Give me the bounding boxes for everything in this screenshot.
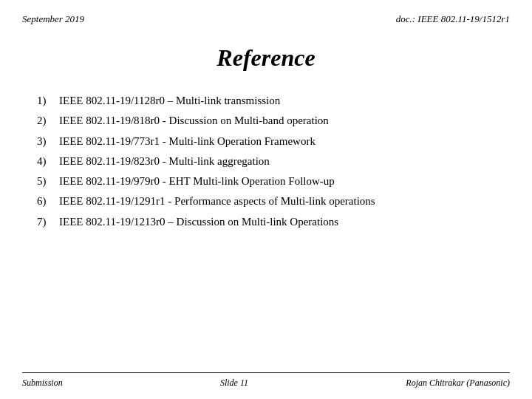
ref-num: 2)	[37, 112, 59, 129]
list-item: 2)IEEE 802.11-19/818r0 - Discussion on M…	[37, 112, 510, 129]
ref-num: 3)	[37, 133, 59, 150]
content: 1)IEEE 802.11-19/1128r0 – Multi-link tra…	[22, 92, 510, 365]
list-item: 4)IEEE 802.11-19/823r0 - Multi-link aggr…	[37, 153, 510, 170]
header-date: September 2019	[22, 13, 84, 25]
ref-text: IEEE 802.11-19/773r1 - Multi-link Operat…	[59, 133, 316, 150]
ref-text: IEEE 802.11-19/1128r0 – Multi-link trans…	[59, 92, 280, 109]
list-item: 5)IEEE 802.11-19/979r0 - EHT Multi-link …	[37, 173, 510, 190]
ref-num: 4)	[37, 153, 59, 170]
footer-submission: Submission	[22, 378, 63, 389]
ref-text: IEEE 802.11-19/1291r1 - Performance aspe…	[59, 193, 375, 210]
ref-text: IEEE 802.11-19/979r0 - EHT Multi-link Op…	[59, 173, 335, 190]
ref-num: 1)	[37, 92, 59, 109]
reference-list: 1)IEEE 802.11-19/1128r0 – Multi-link tra…	[37, 92, 510, 231]
footer-slide: Slide 11	[220, 378, 248, 389]
ref-num: 6)	[37, 193, 59, 210]
list-item: 6)IEEE 802.11-19/1291r1 - Performance as…	[37, 193, 510, 210]
header-doc: doc.: IEEE 802.11-19/1512r1	[396, 13, 510, 25]
list-item: 7)IEEE 802.11-19/1213r0 – Discussion on …	[37, 214, 510, 231]
page: September 2019 doc.: IEEE 802.11-19/1512…	[0, 0, 532, 399]
ref-num: 7)	[37, 214, 59, 231]
footer: Submission Slide 11 Rojan Chitrakar (Pan…	[22, 372, 510, 389]
ref-text: IEEE 802.11-19/818r0 - Discussion on Mul…	[59, 112, 329, 129]
footer-author: Rojan Chitrakar (Panasonic)	[406, 378, 510, 389]
list-item: 3)IEEE 802.11-19/773r1 - Multi-link Oper…	[37, 133, 510, 150]
header: September 2019 doc.: IEEE 802.11-19/1512…	[22, 13, 510, 25]
ref-num: 5)	[37, 173, 59, 190]
page-title: Reference	[22, 44, 510, 72]
list-item: 1)IEEE 802.11-19/1128r0 – Multi-link tra…	[37, 92, 510, 109]
title-section: Reference	[22, 44, 510, 72]
ref-text: IEEE 802.11-19/823r0 - Multi-link aggreg…	[59, 153, 270, 170]
ref-text: IEEE 802.11-19/1213r0 – Discussion on Mu…	[59, 214, 338, 231]
